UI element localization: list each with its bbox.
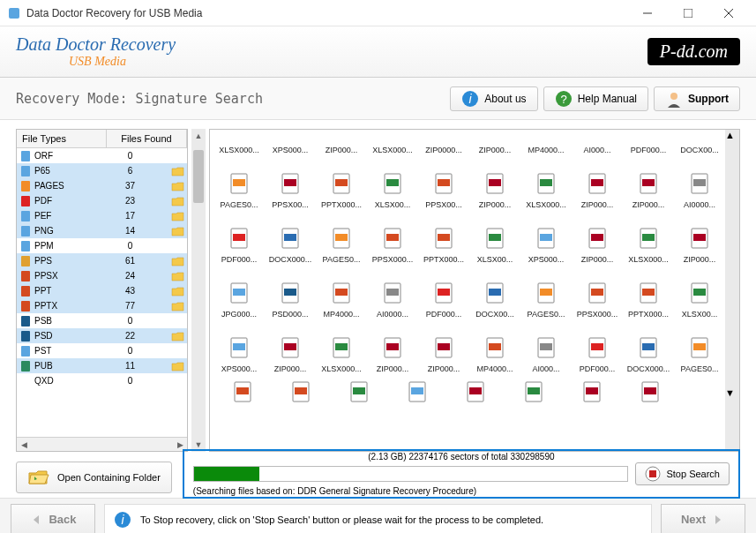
scroll-thumb[interactable] [193, 150, 204, 203]
file-type-row[interactable]: PPT43 [17, 283, 187, 298]
file-item[interactable]: ZIP000... [623, 158, 674, 213]
file-item[interactable] [505, 377, 563, 412]
file-item[interactable]: DOCX000... [623, 322, 674, 377]
file-item[interactable]: DOCX000... [265, 213, 316, 267]
col-file-types[interactable]: File Types [17, 130, 107, 147]
file-item[interactable]: XPS000... [520, 213, 572, 267]
file-item[interactable]: XLSX00... [469, 213, 520, 267]
grid-v-scrollbar[interactable]: ▲ ▼ [725, 130, 739, 451]
file-item[interactable] [213, 377, 272, 412]
file-item[interactable] [621, 377, 679, 412]
close-button[interactable] [708, 0, 749, 26]
scroll-up-icon[interactable]: ▲ [725, 130, 739, 140]
file-type-row[interactable]: PEF17 [17, 208, 187, 223]
file-item[interactable]: PDF000... [623, 133, 674, 158]
file-item[interactable]: PDF000... [213, 213, 265, 267]
file-item[interactable]: ZIP000... [367, 322, 418, 377]
file-item[interactable]: XPS000... [213, 322, 265, 377]
file-item[interactable]: ZIP000... [316, 133, 367, 158]
scroll-up-icon[interactable]: ▲ [191, 129, 206, 143]
file-item[interactable]: PPSX000... [367, 213, 418, 267]
file-item[interactable]: PAGES0... [520, 267, 572, 322]
file-item[interactable]: ZIP000... [572, 158, 623, 213]
minimize-button[interactable] [627, 0, 668, 26]
file-item[interactable]: PDF000... [418, 267, 469, 322]
support-button[interactable]: Support [654, 86, 740, 111]
file-item[interactable]: ZIP000... [418, 322, 469, 377]
file-item[interactable]: PAGES0... [316, 213, 367, 267]
scroll-thumb[interactable] [725, 140, 739, 387]
open-containing-folder-button[interactable]: Open Containing Folder [16, 462, 172, 493]
file-item[interactable]: ZIP000... [572, 213, 623, 267]
file-type-row[interactable]: PSB0 [17, 313, 187, 328]
file-item[interactable]: XLSX000... [520, 158, 572, 213]
file-item[interactable] [563, 377, 621, 412]
file-item[interactable]: AI0000... [367, 267, 418, 322]
file-item[interactable]: XLSX00... [674, 267, 725, 322]
file-type-row[interactable]: PPTX77 [17, 298, 187, 313]
file-item[interactable]: JPG000... [213, 267, 265, 322]
file-type-row[interactable]: PPS61 [17, 253, 187, 268]
about-us-button[interactable]: i About us [450, 86, 537, 111]
file-item[interactable]: ZIP000... [265, 322, 316, 377]
file-type-row[interactable]: PPSX24 [17, 268, 187, 283]
file-item[interactable]: ZIP0000... [418, 133, 469, 158]
maximize-button[interactable] [668, 0, 708, 26]
file-item[interactable]: AI0000... [674, 158, 725, 213]
scroll-down-icon[interactable]: ▼ [725, 387, 739, 398]
help-manual-button[interactable]: ? Help Manual [543, 86, 648, 111]
file-types-list[interactable]: ORF0P656PAGES37PDF23PEF17PNG14PPM0PPS61P… [17, 148, 187, 437]
file-item[interactable]: PSD000... [265, 267, 316, 322]
file-type-row[interactable]: PDF23 [17, 193, 187, 208]
scroll-track[interactable] [191, 143, 206, 438]
file-item[interactable]: XLSX000... [316, 322, 367, 377]
back-button[interactable]: Back [11, 504, 95, 534]
file-type-row[interactable]: QXD0 [17, 373, 187, 388]
file-item[interactable]: XLSX00... [367, 158, 418, 213]
file-type-row[interactable]: PUB11 [17, 358, 187, 373]
file-type-row[interactable]: PSD22 [17, 328, 187, 343]
stop-search-button[interactable]: Stop Search [635, 462, 730, 485]
col-files-found[interactable]: Files Found [107, 130, 187, 147]
file-grid[interactable]: XLSX000...XPS000...ZIP000...XLSX000...ZI… [210, 130, 725, 451]
file-item[interactable]: MP4000... [469, 322, 520, 377]
file-type-row[interactable]: PNG14 [17, 223, 187, 238]
file-item[interactable] [330, 377, 388, 412]
file-item[interactable]: XLSX000... [213, 133, 265, 158]
file-item[interactable]: PPSX00... [418, 158, 469, 213]
file-item[interactable]: PPSX000... [572, 267, 623, 322]
scroll-left-icon[interactable]: ◀ [17, 438, 31, 452]
file-item[interactable]: ZIP000... [469, 133, 520, 158]
file-item[interactable]: DOCX00... [674, 133, 725, 158]
file-item[interactable]: PAGES0... [674, 322, 725, 377]
file-item[interactable]: PPTX000... [418, 213, 469, 267]
file-item[interactable]: MP4000... [316, 267, 367, 322]
file-item[interactable] [388, 377, 446, 412]
file-item[interactable]: AI000... [572, 133, 623, 158]
file-item[interactable]: ZIP000... [674, 213, 725, 267]
file-item[interactable]: PPTX000... [316, 158, 367, 213]
file-item[interactable]: XLSX000... [367, 133, 418, 158]
file-item[interactable]: ZIP000... [469, 158, 520, 213]
file-type-row[interactable]: ORF0 [17, 148, 187, 163]
file-type-row[interactable]: P656 [17, 163, 187, 178]
file-item[interactable]: AI000... [520, 322, 572, 377]
file-item[interactable] [272, 377, 330, 412]
scroll-track[interactable] [725, 140, 739, 387]
file-type-row[interactable]: PST0 [17, 343, 187, 358]
h-scrollbar[interactable]: ◀ ▶ [17, 437, 187, 451]
file-item[interactable]: MP4000... [520, 133, 572, 158]
file-item[interactable]: PPTX000... [623, 267, 674, 322]
file-item[interactable]: PAGES0... [213, 158, 265, 213]
file-item[interactable]: PDF000... [572, 322, 623, 377]
file-item[interactable] [446, 377, 505, 412]
file-item[interactable]: DOCX00... [469, 267, 520, 322]
file-item[interactable]: XLSX000... [623, 213, 674, 267]
file-item[interactable]: PPSX00... [265, 158, 316, 213]
panel-scrollbar[interactable]: ▲ ▼ [191, 129, 206, 452]
next-button[interactable]: Next [661, 504, 745, 534]
file-icon [535, 172, 558, 195]
file-item[interactable]: XPS000... [265, 133, 316, 158]
file-type-row[interactable]: PAGES37 [17, 178, 187, 193]
file-type-row[interactable]: PPM0 [17, 238, 187, 253]
